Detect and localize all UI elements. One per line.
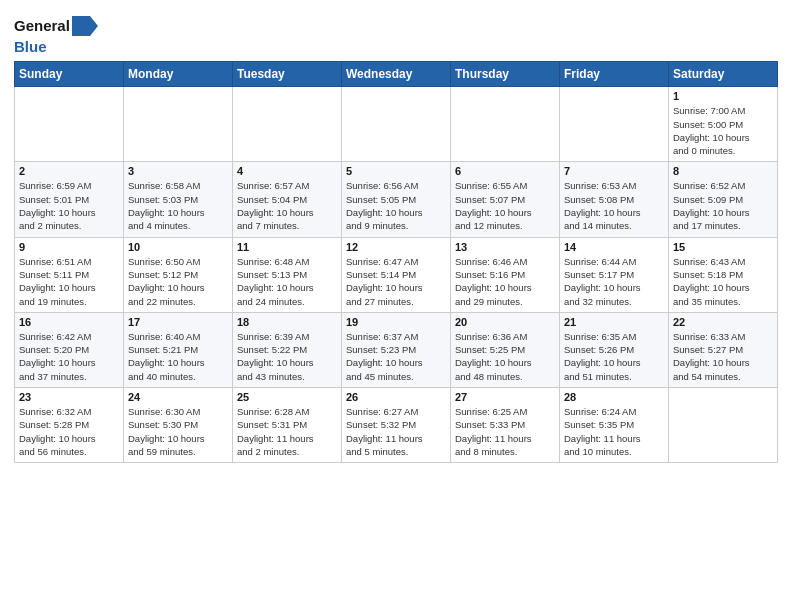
day-info: Sunrise: 6:39 AMSunset: 5:22 PMDaylight:… [237,330,337,383]
logo: GeneralBlue [14,14,100,55]
day-number: 13 [455,241,555,253]
day-info: Sunrise: 6:35 AMSunset: 5:26 PMDaylight:… [564,330,664,383]
calendar-cell [669,388,778,463]
calendar-cell: 4Sunrise: 6:57 AMSunset: 5:04 PMDaylight… [233,162,342,237]
calendar-cell: 12Sunrise: 6:47 AMSunset: 5:14 PMDayligh… [342,237,451,312]
calendar-cell [233,87,342,162]
day-number: 19 [346,316,446,328]
calendar-cell: 25Sunrise: 6:28 AMSunset: 5:31 PMDayligh… [233,388,342,463]
day-number: 22 [673,316,773,328]
day-info: Sunrise: 6:47 AMSunset: 5:14 PMDaylight:… [346,255,446,308]
day-info: Sunrise: 6:30 AMSunset: 5:30 PMDaylight:… [128,405,228,458]
calendar-cell: 13Sunrise: 6:46 AMSunset: 5:16 PMDayligh… [451,237,560,312]
day-number: 18 [237,316,337,328]
day-number: 2 [19,165,119,177]
day-info: Sunrise: 6:56 AMSunset: 5:05 PMDaylight:… [346,179,446,232]
day-info: Sunrise: 6:57 AMSunset: 5:04 PMDaylight:… [237,179,337,232]
calendar-cell: 21Sunrise: 6:35 AMSunset: 5:26 PMDayligh… [560,312,669,387]
day-number: 26 [346,391,446,403]
calendar-cell: 23Sunrise: 6:32 AMSunset: 5:28 PMDayligh… [15,388,124,463]
day-number: 16 [19,316,119,328]
day-info: Sunrise: 6:44 AMSunset: 5:17 PMDaylight:… [564,255,664,308]
day-info: Sunrise: 6:24 AMSunset: 5:35 PMDaylight:… [564,405,664,458]
day-number: 4 [237,165,337,177]
calendar-week-4: 23Sunrise: 6:32 AMSunset: 5:28 PMDayligh… [15,388,778,463]
calendar-cell: 20Sunrise: 6:36 AMSunset: 5:25 PMDayligh… [451,312,560,387]
calendar-week-2: 9Sunrise: 6:51 AMSunset: 5:11 PMDaylight… [15,237,778,312]
calendar-cell [124,87,233,162]
calendar-cell [451,87,560,162]
calendar-cell: 18Sunrise: 6:39 AMSunset: 5:22 PMDayligh… [233,312,342,387]
logo-arrow-icon [70,14,100,38]
day-info: Sunrise: 6:33 AMSunset: 5:27 PMDaylight:… [673,330,773,383]
calendar-cell: 16Sunrise: 6:42 AMSunset: 5:20 PMDayligh… [15,312,124,387]
calendar-cell: 5Sunrise: 6:56 AMSunset: 5:05 PMDaylight… [342,162,451,237]
day-info: Sunrise: 6:36 AMSunset: 5:25 PMDaylight:… [455,330,555,383]
day-number: 5 [346,165,446,177]
day-info: Sunrise: 6:25 AMSunset: 5:33 PMDaylight:… [455,405,555,458]
calendar-cell: 8Sunrise: 6:52 AMSunset: 5:09 PMDaylight… [669,162,778,237]
day-info: Sunrise: 6:53 AMSunset: 5:08 PMDaylight:… [564,179,664,232]
day-info: Sunrise: 6:42 AMSunset: 5:20 PMDaylight:… [19,330,119,383]
calendar-cell: 24Sunrise: 6:30 AMSunset: 5:30 PMDayligh… [124,388,233,463]
calendar-cell [15,87,124,162]
calendar-cell: 10Sunrise: 6:50 AMSunset: 5:12 PMDayligh… [124,237,233,312]
svg-marker-0 [72,16,98,36]
day-info: Sunrise: 6:51 AMSunset: 5:11 PMDaylight:… [19,255,119,308]
day-info: Sunrise: 6:50 AMSunset: 5:12 PMDaylight:… [128,255,228,308]
calendar-cell: 1Sunrise: 7:00 AMSunset: 5:00 PMDaylight… [669,87,778,162]
calendar-cell: 9Sunrise: 6:51 AMSunset: 5:11 PMDaylight… [15,237,124,312]
day-number: 1 [673,90,773,102]
day-number: 17 [128,316,228,328]
calendar-cell: 11Sunrise: 6:48 AMSunset: 5:13 PMDayligh… [233,237,342,312]
day-info: Sunrise: 6:43 AMSunset: 5:18 PMDaylight:… [673,255,773,308]
day-number: 24 [128,391,228,403]
calendar-cell: 3Sunrise: 6:58 AMSunset: 5:03 PMDaylight… [124,162,233,237]
day-info: Sunrise: 6:52 AMSunset: 5:09 PMDaylight:… [673,179,773,232]
col-header-wednesday: Wednesday [342,62,451,87]
calendar-cell: 2Sunrise: 6:59 AMSunset: 5:01 PMDaylight… [15,162,124,237]
col-header-tuesday: Tuesday [233,62,342,87]
day-info: Sunrise: 6:32 AMSunset: 5:28 PMDaylight:… [19,405,119,458]
day-number: 25 [237,391,337,403]
calendar-cell [560,87,669,162]
day-info: Sunrise: 6:58 AMSunset: 5:03 PMDaylight:… [128,179,228,232]
calendar-cell: 27Sunrise: 6:25 AMSunset: 5:33 PMDayligh… [451,388,560,463]
calendar-cell: 19Sunrise: 6:37 AMSunset: 5:23 PMDayligh… [342,312,451,387]
calendar-header-row: SundayMondayTuesdayWednesdayThursdayFrid… [15,62,778,87]
calendar-cell: 28Sunrise: 6:24 AMSunset: 5:35 PMDayligh… [560,388,669,463]
col-header-saturday: Saturday [669,62,778,87]
day-number: 14 [564,241,664,253]
header: GeneralBlue [14,10,778,55]
day-number: 20 [455,316,555,328]
col-header-friday: Friday [560,62,669,87]
day-number: 23 [19,391,119,403]
calendar-cell: 26Sunrise: 6:27 AMSunset: 5:32 PMDayligh… [342,388,451,463]
day-number: 3 [128,165,228,177]
calendar-cell: 6Sunrise: 6:55 AMSunset: 5:07 PMDaylight… [451,162,560,237]
day-number: 8 [673,165,773,177]
day-info: Sunrise: 6:55 AMSunset: 5:07 PMDaylight:… [455,179,555,232]
day-number: 10 [128,241,228,253]
day-info: Sunrise: 6:46 AMSunset: 5:16 PMDaylight:… [455,255,555,308]
calendar-cell [342,87,451,162]
col-header-monday: Monday [124,62,233,87]
calendar-cell: 15Sunrise: 6:43 AMSunset: 5:18 PMDayligh… [669,237,778,312]
day-number: 28 [564,391,664,403]
day-number: 21 [564,316,664,328]
day-info: Sunrise: 6:28 AMSunset: 5:31 PMDaylight:… [237,405,337,458]
calendar-cell: 17Sunrise: 6:40 AMSunset: 5:21 PMDayligh… [124,312,233,387]
calendar-cell: 14Sunrise: 6:44 AMSunset: 5:17 PMDayligh… [560,237,669,312]
col-header-sunday: Sunday [15,62,124,87]
day-number: 7 [564,165,664,177]
day-info: Sunrise: 6:27 AMSunset: 5:32 PMDaylight:… [346,405,446,458]
calendar-cell: 7Sunrise: 6:53 AMSunset: 5:08 PMDaylight… [560,162,669,237]
day-info: Sunrise: 6:40 AMSunset: 5:21 PMDaylight:… [128,330,228,383]
day-info: Sunrise: 6:59 AMSunset: 5:01 PMDaylight:… [19,179,119,232]
day-number: 11 [237,241,337,253]
day-info: Sunrise: 6:37 AMSunset: 5:23 PMDaylight:… [346,330,446,383]
day-number: 12 [346,241,446,253]
calendar-cell: 22Sunrise: 6:33 AMSunset: 5:27 PMDayligh… [669,312,778,387]
day-number: 9 [19,241,119,253]
day-number: 27 [455,391,555,403]
